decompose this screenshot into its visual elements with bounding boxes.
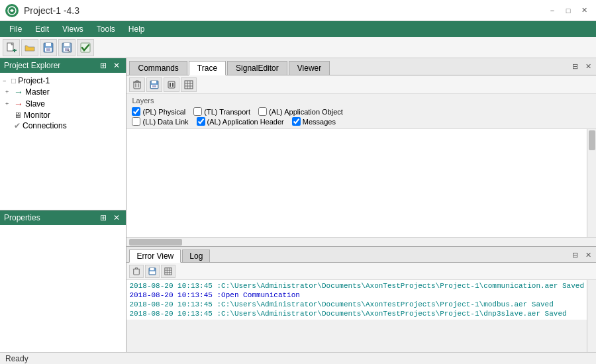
trace-hscroll[interactable]: [126, 237, 596, 246]
restore-button[interactable]: □: [562, 4, 575, 17]
save-button[interactable]: [40, 39, 57, 56]
bottom-tab-pin[interactable]: ⊟: [570, 250, 580, 260]
bottom-tab-bar: Error View Log ⊟ ✕: [126, 247, 596, 263]
arrow-icon: →: [14, 99, 23, 109]
layer-ll[interactable]: (LL) Data Link: [132, 117, 188, 126]
layer-al-obj[interactable]: (AL) Application Object: [258, 107, 343, 116]
arrow-icon: →: [14, 87, 23, 97]
layer-tl-checkbox[interactable]: [193, 107, 202, 116]
menu-file[interactable]: File: [3, 21, 28, 37]
open-button[interactable]: [21, 39, 38, 56]
properties-title: Properties: [4, 213, 40, 222]
trace-vscroll[interactable]: [587, 129, 596, 237]
layer-msg[interactable]: Messages: [292, 117, 336, 126]
left-panel: Project Explorer ⊞ ✕ − □ Project-1 + →: [0, 58, 126, 352]
trace-body[interactable]: [126, 129, 587, 237]
close-button[interactable]: ✕: [577, 4, 591, 17]
layers-section: Layers (PL) Physical (TL) Transport (: [126, 94, 596, 129]
svg-rect-33: [150, 267, 154, 269]
bottom-tab-log[interactable]: Log: [182, 250, 210, 262]
layer-msg-checkbox[interactable]: [292, 117, 301, 126]
tab-pin-button[interactable]: ⊟: [570, 61, 580, 71]
svg-rect-9: [64, 43, 70, 46]
trace-vscroll-thumb[interactable]: [589, 130, 595, 150]
menu-help[interactable]: Help: [122, 21, 152, 37]
tab-close-button[interactable]: ✕: [583, 61, 593, 71]
properties-close[interactable]: ✕: [111, 212, 122, 223]
layer-pl-label: (PL) Physical: [142, 108, 185, 116]
save-as-button[interactable]: s: [58, 39, 75, 56]
properties-header: Properties ⊞ ✕: [0, 210, 126, 225]
bottom-tab-close[interactable]: ✕: [583, 250, 593, 260]
minimize-button[interactable]: −: [546, 4, 559, 17]
project-explorer-actions: ⊞ ✕: [98, 60, 122, 71]
log-vscroll[interactable]: [587, 280, 596, 352]
properties-panel: Properties ⊞ ✕: [0, 210, 126, 352]
bottom-save-button[interactable]: [145, 265, 160, 278]
tree-item-monitor[interactable]: 🖥 Monitor: [0, 110, 126, 120]
project-explorer-pin[interactable]: ⊞: [98, 60, 109, 71]
layer-pl-checkbox[interactable]: [132, 107, 140, 116]
layer-al-hdr[interactable]: (AL) Application Header: [197, 117, 284, 126]
layer-ll-label: (LL) Data Link: [142, 118, 188, 126]
layer-pl[interactable]: (PL) Physical: [132, 107, 185, 116]
svg-rect-5: [46, 43, 51, 46]
layer-msg-label: Messages: [303, 118, 336, 126]
layer-tl-label: (TL) Transport: [204, 108, 250, 116]
project-explorer-title: Project Explorer: [4, 61, 60, 70]
layers-row-2: (LL) Data Link (AL) Application Header M…: [132, 117, 591, 126]
layer-al-obj-checkbox[interactable]: [258, 107, 267, 116]
status-bar: Ready: [0, 352, 596, 364]
svg-rect-7: [46, 48, 50, 51]
project-explorer-close[interactable]: ✕: [111, 60, 122, 71]
trace-hscroll-thumb[interactable]: [129, 239, 182, 246]
tree-item-project1[interactable]: − □ Project-1: [0, 75, 126, 86]
tree-item-connections[interactable]: ✔ Connections: [0, 120, 126, 131]
log-body[interactable]: 2018-08-20 10:13:45 :C:\Users\Administra…: [126, 280, 587, 352]
bottom-delete-button[interactable]: [129, 265, 144, 278]
layer-al-obj-label: (AL) Application Object: [269, 108, 343, 116]
monitor-icon: 🖥: [14, 111, 22, 120]
tab-actions: ⊟ ✕: [570, 61, 593, 71]
tab-commands[interactable]: Commands: [129, 61, 187, 75]
layer-al-hdr-label: (AL) Application Header: [207, 118, 284, 126]
window-title: Project-1 -4.3: [24, 5, 79, 16]
bottom-toolbar: [126, 263, 596, 280]
svg-rect-34: [150, 271, 156, 274]
layer-tl[interactable]: (TL) Transport: [193, 107, 250, 116]
project-tree: − □ Project-1 + → Master + → Slave: [0, 73, 126, 210]
tab-trace[interactable]: Trace: [189, 61, 226, 75]
tree-item-slave[interactable]: + → Slave: [0, 98, 126, 110]
tree-label: Connections: [23, 121, 67, 130]
trace-grid-button[interactable]: [181, 77, 197, 92]
window-controls: − □ ✕: [546, 4, 591, 17]
bottom-grid-button[interactable]: [161, 265, 175, 278]
title-bar: Project-1 -4.3 − □ ✕: [0, 0, 596, 21]
tree-label: Project-1: [18, 76, 50, 85]
layer-ll-checkbox[interactable]: [132, 117, 140, 126]
trace-delete-button[interactable]: [129, 77, 145, 92]
tree-label: Monitor: [24, 111, 50, 120]
svg-rect-21: [152, 85, 156, 87]
menu-edit[interactable]: Edit: [28, 21, 56, 37]
tab-viewer[interactable]: Viewer: [289, 61, 330, 75]
check-button[interactable]: [77, 39, 94, 56]
new-button[interactable]: [3, 39, 20, 56]
layer-al-hdr-checkbox[interactable]: [197, 117, 205, 126]
status-text: Ready: [5, 354, 28, 363]
log-line-2: 2018-08-20 10:13:45 :C:\Users\Administra…: [129, 300, 584, 309]
svg-rect-22: [168, 81, 175, 88]
properties-pin[interactable]: ⊞: [98, 212, 109, 223]
menu-views[interactable]: Views: [56, 21, 90, 37]
trace-main: [126, 129, 596, 237]
tab-signaleditor[interactable]: SignalEditor: [227, 61, 287, 75]
svg-rect-25: [185, 81, 193, 89]
menu-tools[interactable]: Tools: [90, 21, 122, 37]
content-area: Project Explorer ⊞ ✕ − □ Project-1 + →: [0, 58, 596, 352]
folder-icon: □: [11, 76, 16, 85]
bottom-tab-errorview[interactable]: Error View: [129, 250, 181, 263]
project-explorer-panel: Project Explorer ⊞ ✕ − □ Project-1 + →: [0, 58, 126, 210]
trace-save-button[interactable]: [146, 77, 162, 92]
tree-item-master[interactable]: + → Master: [0, 86, 126, 98]
trace-pause-button[interactable]: [164, 77, 179, 92]
